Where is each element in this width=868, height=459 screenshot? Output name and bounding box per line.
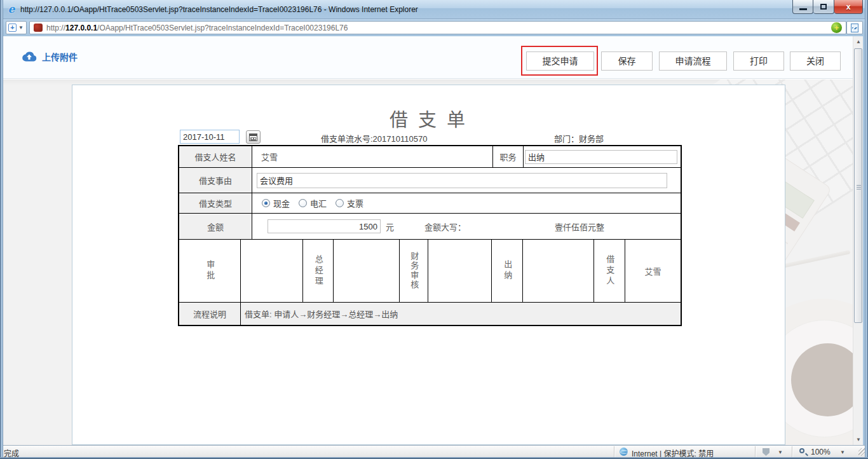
approval-label: 审批 [205,260,214,282]
close-page-button[interactable]: 关闭 [790,51,841,71]
borrower-name-label: 借支人姓名 [179,146,252,167]
status-bar: 完成 Internet | 保护模式: 禁用 ▼ 100% ▼ [0,445,868,457]
minimize-icon [799,8,807,10]
type-label: 借支类型 [179,193,252,213]
table-row: 借支人姓名 艾雪 职务 [179,146,681,167]
window-title: http://127.0.0.1/OAapp/HtTrace0503Servle… [20,5,418,14]
site-favicon [34,24,43,32]
broken-page-icon [851,24,858,32]
application-flow-button[interactable]: 申请流程 [659,51,727,71]
table-row: 借支事由 [179,167,681,193]
approval-sign-cell [428,240,491,302]
separator [755,446,756,457]
separator [614,446,614,457]
window-border-left [0,0,3,459]
maximize-icon [820,4,827,10]
radio-selected-icon[interactable] [262,199,270,207]
calendar-icon [249,134,257,141]
url-input[interactable]: http://127.0.0.1/OAapp/HtTrace0503Servle… [29,21,846,34]
zoom-magnifier-icon[interactable] [799,448,804,453]
page-body: 借 支 单 借支单流水号:201710110570 部门：财务部 借支人姓名 艾… [3,79,853,445]
chevron-down-icon: ▼ [18,25,24,31]
table-row: 金额 元 金额大写： 壹仟伍佰元整 [179,213,681,239]
url-text: http://127.0.0.1/OAapp/HtTrace0503Servle… [46,24,831,32]
add-favorite-button[interactable]: + ▼ [6,21,27,34]
internet-zone-icon [620,448,628,456]
amount-label: 金额 [179,214,252,239]
maximize-button[interactable] [813,0,834,14]
scroll-up-button[interactable]: ▲ [853,36,863,47]
compatibility-view-button[interactable] [846,21,863,34]
chevron-down-icon[interactable]: ▼ [778,449,783,455]
borrower-name-value: 艾雪 [252,146,492,167]
flow-row: 流程说明 借支单: 申请人→财务经理→总经理→出纳 [179,302,681,325]
internet-explorer-icon: e [6,3,17,15]
url-scheme: http:// [46,24,65,32]
highlight-annotation [521,46,598,76]
position-input[interactable] [525,150,677,164]
scrollbar-grip-icon [857,184,861,189]
radio-label: 现金 [273,197,290,209]
approval-sign-cell [522,240,593,302]
plus-icon: + [8,24,17,32]
chevron-down-icon[interactable]: ▼ [840,449,845,455]
radio-icon[interactable] [336,199,344,207]
form-title: 借 支 单 [72,105,785,132]
radio-label: 支票 [347,197,363,209]
borrower-sign-value: 艾雪 [625,240,681,302]
url-host: 127.0.0.1 [65,24,97,32]
radio-option-check[interactable]: 支票 [336,197,363,209]
url-path: /OAapp/HtTrace0503Servlet.jsp?traceInsta… [97,24,348,32]
calendar-button[interactable] [246,130,261,144]
vertical-scrollbar[interactable]: ▲ ▼ [853,36,863,445]
approval-sign-cell [240,240,302,302]
table-row: 借支类型 现金 电汇 支票 [179,193,681,213]
close-window-button[interactable]: x [834,0,863,14]
radio-option-wire[interactable]: 电汇 [299,197,327,209]
serial-number-text: 借支单流水号:201710110570 [321,132,427,144]
window-border-right [865,0,868,459]
radio-option-cash[interactable]: 现金 [262,197,290,209]
scrollbar-thumb[interactable] [854,48,862,323]
upload-attachment-label: 上传附件 [42,50,78,63]
print-button[interactable]: 打印 [733,51,784,71]
zoom-level-text: 100% [811,448,831,456]
radio-label: 电汇 [310,197,327,209]
address-bar: + ▼ http://127.0.0.1/OAapp/HtTrace0503Se… [0,19,868,36]
borrower-role-label: 借支人 [605,255,614,287]
separator [792,446,792,457]
cashier-label: 出纳 [503,260,512,282]
reason-label: 借支事由 [179,168,252,193]
go-refresh-icon[interactable] [831,22,842,33]
scroll-down-button[interactable]: ▼ [853,434,863,445]
loan-form-table: 借支人姓名 艾雪 职务 借支事由 借支类型 现金 [178,145,682,326]
department-text: 部门：财务部 [554,132,604,144]
approval-sign-cell [333,240,399,302]
flow-label: 流程说明 [179,303,240,325]
amount-caps-label: 金额大写： [424,221,466,233]
position-label: 职务 [492,146,523,167]
amount-input[interactable] [268,219,381,233]
filter-shield-icon[interactable] [763,448,770,456]
browser-viewport: 上传附件 提交申请 保存 申请流程 打印 关闭 借 支 单 借支单流水号:201… [3,36,863,445]
save-button[interactable]: 保存 [601,51,653,71]
upload-attachment-link[interactable]: 上传附件 [21,50,78,63]
date-input[interactable] [180,130,240,144]
general-manager-label: 总经理 [313,255,322,287]
flow-description: 借支单: 申请人→财务经理→总经理→出纳 [240,303,681,325]
amount-unit: 元 [386,221,394,233]
window-titlebar: e http://127.0.0.1/OAapp/HtTrace0503Serv… [0,0,868,19]
approval-row: 审批 总经理 财务审核 出纳 借支人 艾雪 [179,239,681,302]
amount-caps-value: 壹仟伍佰元整 [555,221,604,233]
cloud-upload-icon [21,51,37,62]
finance-audit-label: 财务审核 [409,252,418,290]
radio-icon[interactable] [299,199,307,207]
reason-input[interactable] [257,173,667,188]
oa-toolbar: 上传附件 提交申请 保存 申请流程 打印 关闭 [3,36,863,79]
minimize-button[interactable] [792,0,813,14]
